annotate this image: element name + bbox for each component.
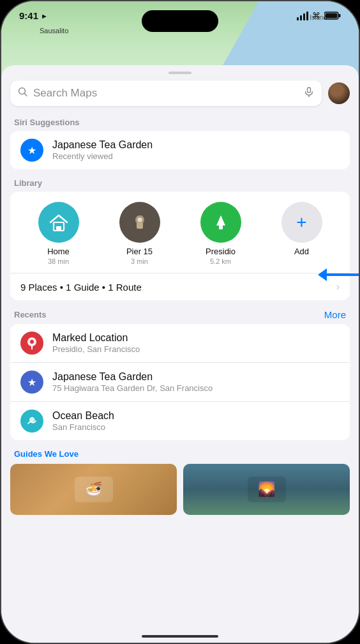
svg-rect-8 [56,226,61,231]
ocean-beach-icon [20,410,43,433]
library-summary: 9 Places • 1 Guide • 1 Route [20,282,142,293]
pier-sub: 3 min [131,257,148,265]
library-item-pier15[interactable]: Pier 15 3 min [117,202,163,265]
suggestion-subtitle: Recently viewed [52,151,153,161]
tea-garden-star-icon: ★ [20,371,43,394]
chevron-right-icon: › [336,281,340,293]
arrow-head [318,268,327,281]
library-card: Home 38 min Pier 15 [10,192,350,300]
library-icons-row: Home 38 min Pier 15 [10,192,350,273]
presidio-icon [200,202,241,243]
svg-rect-5 [308,88,311,93]
recents-label: Recents [14,310,47,319]
status-time: 9:41 ► [19,10,48,21]
guide-thumb-2[interactable]: 🌄 [183,464,350,515]
siri-suggestion-item[interactable]: ★ Japanese Tea Garden Recently viewed [10,131,350,169]
recents-header: Recents More [1,300,359,324]
signal-bars [297,12,308,20]
arrow-indicator [318,268,360,281]
recent-item-ocean-beach[interactable]: Ocean Beach San Francisco [10,401,350,440]
bottom-sheet: Siri Suggestions ★ Japanese Tea Garden R… [1,109,359,643]
svg-marker-13 [216,215,225,226]
svg-point-16 [30,340,34,344]
library-footer[interactable]: 9 Places • 1 Guide • 1 Route › [10,273,350,300]
pin-icon [20,332,43,355]
recent-item-tea-garden[interactable]: ★ Japanese Tea Garden 75 Hagiwara Tea Ga… [10,362,350,401]
suggestion-star-icon: ★ [20,139,43,162]
guides-label: Guides We Love [1,440,359,464]
search-placeholder: Search Maps [33,87,299,100]
svg-line-4 [25,94,27,96]
presidio-sub: 5.2 km [210,257,231,265]
more-button[interactable]: More [324,309,346,320]
add-label: Add [294,247,309,256]
siri-suggestions-card: ★ Japanese Tea Garden Recently viewed [10,131,350,169]
guides-thumbnails: 🍜 🌄 [1,464,359,515]
library-label: Library [1,169,359,192]
avatar[interactable] [328,82,350,104]
home-label: Home [47,247,70,256]
home-sub: 38 min [48,257,69,265]
home-icon [38,202,79,243]
search-bar[interactable]: Search Maps [10,80,322,106]
arrow-shaft [327,273,360,276]
siri-suggestions-label: Siri Suggestions [1,109,359,131]
library-item-presidio[interactable]: Presidio 5.2 km [198,202,244,265]
tea-garden-title: Japanese Tea Garden [52,371,213,383]
suggestion-title: Japanese Tea Garden [52,139,153,151]
search-area: Search Maps [1,65,359,106]
library-item-add[interactable]: + Add [279,202,325,257]
tea-garden-subtitle: 75 Hagiwara Tea Garden Dr, San Francisco [52,383,213,393]
recents-card: Marked Location Presidio, San Francisco … [10,324,350,440]
svg-rect-10 [137,222,143,229]
presidio-label: Presidio [206,247,236,256]
ocean-beach-title: Ocean Beach [52,410,114,422]
add-icon: + [281,202,322,243]
content: Search Maps Siri Suggestions [1,1,359,643]
recent-item-marked-location[interactable]: Marked Location Presidio, San Francisco [10,324,350,362]
dynamic-island [142,10,218,32]
location-icon: ► [41,12,48,20]
mic-icon[interactable] [304,87,314,100]
guide-thumb-1[interactable]: 🍜 [10,464,177,515]
svg-point-12 [137,218,142,222]
battery-icon [324,12,341,20]
svg-rect-14 [219,226,223,229]
home-bar [142,635,218,638]
pier-icon [119,202,160,243]
wifi-icon: ⌘ [312,11,320,20]
drag-handle [169,72,191,74]
marked-location-title: Marked Location [52,332,140,344]
svg-rect-1 [339,14,341,17]
status-icons: ⌘ [297,11,341,20]
pier-label: Pier 15 [126,247,153,256]
ocean-beach-subtitle: San Francisco [52,422,114,432]
search-icon [18,87,28,100]
svg-rect-2 [326,13,338,19]
marked-location-subtitle: Presidio, San Francisco [52,344,140,354]
svg-point-17 [29,417,34,422]
library-item-home[interactable]: Home 38 min [36,202,82,265]
